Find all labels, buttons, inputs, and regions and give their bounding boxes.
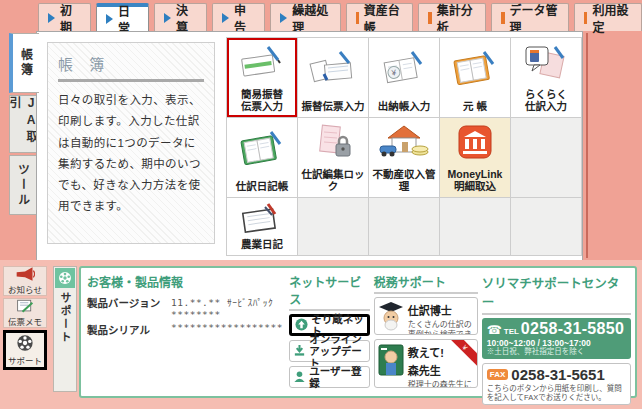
card-desc: 税理士の森先生に税務相談ができます。 bbox=[408, 380, 474, 388]
tab-kessan[interactable]: 決 算 bbox=[154, 3, 207, 31]
teacher-icon bbox=[378, 343, 404, 384]
grid-item-shiwake-henshu-lock[interactable]: 仕訳編集ロック bbox=[298, 118, 369, 198]
tab-bar-icon bbox=[428, 12, 431, 24]
grid-item-shiwake-nikkicho[interactable]: 仕訳日記帳 bbox=[227, 118, 298, 198]
cashbook-yen-pencil-icon: ¥ bbox=[380, 38, 428, 100]
net-services-section: ネットサービス そり蔵ネット オンライン アップデート ユーザー登録 bbox=[289, 273, 369, 392]
tab-shinkoku[interactable]: 申 告 bbox=[212, 3, 265, 31]
product-serial-label: 製品シリアル bbox=[87, 322, 171, 337]
dock-item-label: サポート bbox=[8, 357, 42, 366]
house-car-money-icon bbox=[378, 118, 430, 168]
product-version-label: 製品バージョン bbox=[87, 295, 171, 320]
grid-item-label: 不動産収入管理 bbox=[369, 168, 439, 193]
card-text: 仕訳博士 たくさんの仕訳の事例から検索できます。 bbox=[408, 301, 474, 331]
app-window: 初 期 日 常 決 算 申 告 繰越処理 資産台帳 集計分析 データ管理 利用設… bbox=[0, 0, 642, 409]
grid-item-nogyo-nikki[interactable]: 農業日記 bbox=[227, 198, 298, 256]
function-icon-grid: 簡易振替 伝票入力 振替伝票入力 ¥ 出納帳入力 元 帳 bbox=[226, 37, 582, 256]
sidebar-item-tool[interactable]: ツール bbox=[9, 155, 37, 215]
tab-label: 資産台帳 bbox=[364, 1, 404, 35]
grid-item-label: 簡易振替 伝票入力 bbox=[241, 88, 283, 113]
life-ring-icon bbox=[16, 334, 34, 356]
tab-label: 集計分析 bbox=[437, 1, 477, 35]
grid-item-motocho[interactable]: 元 帳 bbox=[440, 38, 511, 118]
life-ring-icon bbox=[55, 268, 75, 288]
grid-item-moneylink[interactable]: MoneyLink 明細取込 bbox=[440, 118, 511, 198]
speech-bubble-book-icon bbox=[522, 38, 570, 88]
tel-prefix: TEL bbox=[504, 327, 519, 336]
sidebar-item-ja-torihiki[interactable]: JA取引 bbox=[9, 95, 37, 153]
grid-cell-empty bbox=[298, 198, 369, 256]
support-tab-label: サポート bbox=[57, 292, 73, 344]
tab-label: 利用設定 bbox=[592, 1, 632, 35]
grid-item-suitocho[interactable]: ¥ 出納帳入力 bbox=[369, 38, 440, 118]
bank-building-icon bbox=[455, 118, 495, 168]
tab-shisandaicho[interactable]: 資産台帳 bbox=[346, 3, 414, 31]
sidebar-item-chobo[interactable]: 帳簿 bbox=[9, 33, 39, 93]
dock-item-denpyo-memo[interactable]: 伝票メモ bbox=[3, 298, 47, 328]
ledger-panel-title: 帳 簿 bbox=[58, 53, 204, 74]
support-center-title: ソリマチサポートセンター bbox=[482, 273, 631, 315]
two-slips-pencil-icon bbox=[309, 38, 357, 100]
tab-label: 申 告 bbox=[234, 1, 255, 35]
tel-button[interactable]: ☎ TEL 0258-31-5850 10:00~12:00 / 13:00~1… bbox=[482, 318, 631, 359]
grid-item-kani-furikae-denpyo[interactable]: 簡易振替 伝票入力 bbox=[227, 38, 298, 118]
grid-item-label: 仕訳日記帳 bbox=[236, 180, 289, 193]
shiwake-hakase-card[interactable]: 仕訳博士 たくさんの仕訳の事例から検索できます。 bbox=[374, 297, 478, 335]
product-serial-row: 製品シリアル ****************** bbox=[87, 322, 285, 337]
fax-number: 0258-31-5651 bbox=[511, 366, 604, 383]
tax-support-title: 税務サポート bbox=[374, 273, 478, 294]
tab-shukeibunseki[interactable]: 集計分析 bbox=[418, 3, 486, 31]
oshiete-mori-sensei-card[interactable]: 教えて! 森先生 税理士の森先生に税務相談ができます。 ¥ bbox=[374, 339, 478, 388]
tab-arrow-icon bbox=[222, 13, 229, 23]
grid-item-fudosan-shunyu[interactable]: 不動産収入管理 bbox=[369, 118, 440, 198]
tab-bar-icon bbox=[501, 12, 504, 24]
tab-arrow-icon bbox=[48, 13, 55, 23]
dock-item-support[interactable]: サポート bbox=[3, 330, 47, 370]
card-title: 教えて! 森先生 bbox=[408, 347, 444, 377]
fax-badge: FAX bbox=[487, 369, 509, 380]
net-button-label: ユーザー登録 bbox=[309, 365, 365, 389]
support-panel: お客様・製品情報 製品バージョン 11.**.** ｻｰﾋﾞｽﾊﾟｯｸ ****… bbox=[79, 266, 637, 398]
card-title: 仕訳博士 bbox=[408, 305, 452, 317]
product-serial-value: ****************** bbox=[171, 322, 283, 337]
ledger-description-panel: 帳 簿 日々の取引を入力、表示、印刷します。入力した仕訳は自動的に1つのデータに… bbox=[47, 42, 215, 244]
user-registration-button[interactable]: ユーザー登録 bbox=[289, 366, 369, 388]
product-version-row: 製品バージョン 11.**.** ｻｰﾋﾞｽﾊﾟｯｸ ******** bbox=[87, 295, 285, 320]
tab-label: 初 期 bbox=[60, 1, 81, 35]
download-icon bbox=[293, 344, 306, 359]
sheet-padlock-icon bbox=[309, 118, 357, 168]
grid-item-rakuraku-shiwake[interactable]: らくらく 仕訳入力 bbox=[511, 38, 582, 118]
grid-cell-empty bbox=[369, 198, 440, 256]
tab-shoki[interactable]: 初 期 bbox=[38, 3, 91, 31]
tab-bar-icon bbox=[584, 12, 587, 24]
slip-green-pencil-icon bbox=[238, 38, 286, 88]
right-edge-divider bbox=[586, 33, 588, 258]
grid-item-label: 仕訳編集ロック bbox=[298, 168, 368, 193]
grid-item-label: MoneyLink 明細取込 bbox=[448, 168, 503, 193]
card-desc: たくさんの仕訳の事例から検索できます。 bbox=[408, 320, 474, 335]
grid-item-label: 振替伝票入力 bbox=[302, 100, 365, 113]
top-tab-bar: 初 期 日 常 決 算 申 告 繰越処理 資産台帳 集計分析 データ管理 利用設… bbox=[38, 3, 642, 31]
grid-item-label: 農業日記 bbox=[241, 238, 283, 251]
customer-info-section: お客様・製品情報 製品バージョン 11.**.** ｻｰﾋﾞｽﾊﾟｯｸ ****… bbox=[87, 273, 285, 392]
grid-cell-empty bbox=[440, 198, 511, 256]
tab-arrow-icon bbox=[280, 13, 287, 23]
dock-item-oshirase[interactable]: お知らせ bbox=[3, 266, 47, 296]
tab-label: 決 算 bbox=[176, 1, 197, 35]
main-panel: 帳 簿 日々の取引を入力、表示、印刷します。入力した仕訳は自動的に1つのデータに… bbox=[36, 31, 583, 262]
tab-datakanri[interactable]: データ管理 bbox=[491, 3, 569, 31]
tab-nichijo[interactable]: 日 常 bbox=[96, 3, 149, 31]
grid-item-label: 元 帳 bbox=[463, 100, 487, 113]
fax-button[interactable]: FAX 0258-31-5651 こちらのボタンから用紙を印刷し、質問を記入して… bbox=[482, 363, 631, 405]
tab-label: データ管理 bbox=[510, 1, 560, 35]
net-button-label: オンライン アップデート bbox=[309, 333, 365, 369]
tab-riyosettei[interactable]: 利用設定 bbox=[574, 3, 642, 31]
sidebar-item-label: 帳簿 bbox=[18, 48, 35, 78]
tab-arrow-icon bbox=[106, 14, 113, 24]
tel-note: ※土日祝、弊社指定日を除く bbox=[487, 348, 626, 356]
support-panel-tab[interactable]: サポート bbox=[53, 266, 77, 392]
tab-kurikoshi[interactable]: 繰越処理 bbox=[270, 3, 340, 31]
online-update-button[interactable]: オンライン アップデート bbox=[289, 340, 369, 362]
tax-support-section: 税務サポート 仕訳博士 たくさんの仕訳の事例から検索できます。 教えて! 森先生… bbox=[374, 273, 478, 392]
grid-item-furikae-denpyo[interactable]: 振替伝票入力 bbox=[298, 38, 369, 118]
